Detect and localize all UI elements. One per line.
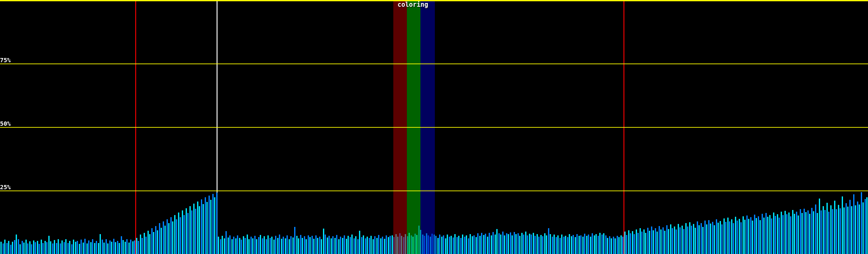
profiler-graph: 75% 50% 25% coloring <box>0 0 868 254</box>
y-axis-label-75: 75% <box>0 57 11 64</box>
coloring-band-label: coloring <box>398 2 428 8</box>
y-axis-label-50: 50% <box>0 121 11 127</box>
bar-graph-canvas <box>0 0 868 254</box>
y-axis-label-25: 25% <box>0 184 11 190</box>
